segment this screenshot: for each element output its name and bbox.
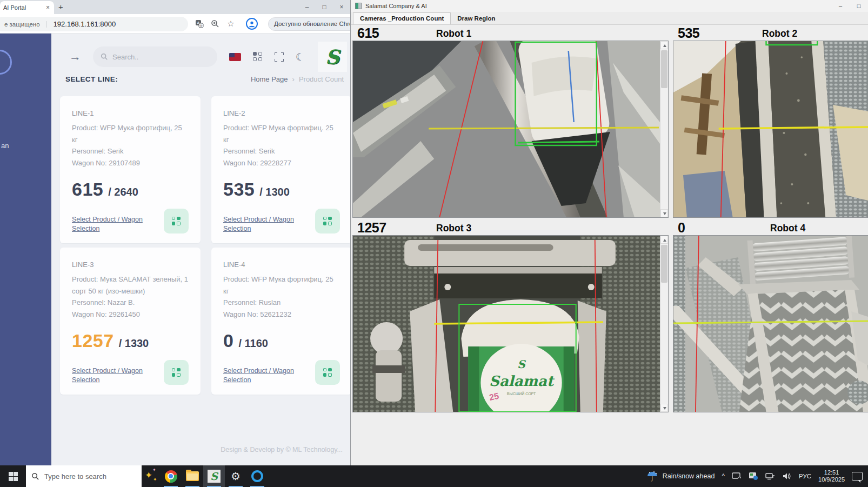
taskbar-salamat-button[interactable]: S	[203, 465, 225, 487]
breadcrumb-home[interactable]: Home Page	[251, 75, 288, 83]
start-button[interactable]	[0, 465, 26, 487]
taskbar-explorer-button[interactable]	[182, 465, 203, 487]
language-indicator[interactable]: РУС	[799, 473, 811, 479]
product-label: Product: Мука SALAMAT зеленый, 1 сорт 50…	[72, 273, 189, 297]
sidebar-nav-fragment[interactable]: an	[1, 142, 9, 150]
app-status-icon[interactable]	[749, 472, 758, 481]
volume-icon[interactable]	[782, 472, 792, 481]
edge-browser-icon	[251, 470, 263, 482]
select-product-link[interactable]: Select Product / Wagon Selection	[223, 366, 310, 385]
wagon-label: Wagon No: 29228277	[223, 157, 340, 169]
count-total: / 1330	[119, 337, 149, 350]
personnel-label: Personnel: Serik	[72, 145, 189, 157]
grid-icon	[323, 217, 332, 226]
tray-expand-chevron-icon[interactable]: ^	[722, 472, 725, 480]
select-product-link[interactable]: Select Product / Wagon Selection	[72, 215, 158, 234]
zoom-icon[interactable]	[210, 19, 220, 29]
new-tab-button[interactable]: +	[58, 2, 63, 11]
address-bar[interactable]: е защищено 192.168.1.161:8000	[0, 17, 188, 31]
weather-widget[interactable]: Rain/snow ahead	[646, 471, 715, 482]
svg-text:25: 25	[489, 391, 500, 402]
salamat-logo[interactable]: S	[318, 42, 347, 72]
scroll-down-icon[interactable]	[660, 404, 668, 412]
wagon-label: Wagon No: 29261450	[72, 309, 189, 321]
personnel-label: Personnel: Ruslan	[223, 297, 340, 309]
scroll-up-icon[interactable]	[660, 236, 668, 244]
gear-icon: ⚙	[231, 470, 241, 483]
line-card-4: LINE-4 Product: WFP Мука фортифиц. 25 кг…	[211, 248, 350, 395]
bookmark-star-icon[interactable]: ☆	[226, 19, 236, 29]
count-display: 535 / 1300	[223, 179, 340, 200]
app-window-controls: – □	[831, 0, 868, 12]
copilot-sparkle-icon[interactable]: ✦ ✦ ✦	[142, 465, 160, 487]
search-input[interactable]	[112, 53, 204, 61]
network-icon[interactable]	[765, 472, 775, 481]
count-display: 1257 / 1330	[72, 330, 189, 351]
scroll-down-icon[interactable]	[660, 209, 668, 217]
portal-page: an → ☾ S SELEC	[0, 34, 350, 465]
count-value: 535	[223, 179, 255, 200]
camera-block-3: 1257 Robot 3	[352, 219, 669, 412]
line-card-1: LINE-1 Product: WFP Мука фортифиц, 25 кг…	[60, 96, 201, 243]
product-label: Product: WFP Мука фортифиц. 25 кг	[223, 273, 340, 297]
camera-block-2: 535 Robot 2	[673, 25, 868, 218]
camera3-robot-label: Robot 3	[436, 223, 471, 234]
select-product-link[interactable]: Select Product / Wagon Selection	[223, 215, 310, 234]
count-display: 0 / 1160	[223, 330, 340, 351]
taskbar: ✦ ✦ ✦ S ⚙ Rain/snow ahead ^	[0, 465, 868, 487]
tab-draw-region[interactable]: Draw Region	[451, 13, 502, 24]
app-tabbar: Cameras _Production Count Draw Region	[351, 12, 868, 25]
minimize-button[interactable]: –	[831, 0, 850, 12]
scroll-thumb[interactable]	[661, 50, 667, 88]
close-button[interactable]: ×	[333, 0, 350, 14]
fullscreen-icon[interactable]	[275, 52, 284, 62]
tab-close-icon[interactable]: ×	[45, 4, 51, 11]
camera1-scrollbar[interactable]	[660, 41, 668, 217]
browser-tab[interactable]: AI Portal ×	[0, 1, 54, 14]
scroll-thumb[interactable]	[661, 245, 667, 283]
count-value: 1257	[72, 330, 114, 351]
taskbar-clock[interactable]: 12:51 10/9/2025	[818, 469, 845, 483]
clock-date: 10/9/2025	[818, 476, 845, 483]
product-label: Product: WFP Мука фортифиц, 25 кг	[72, 122, 189, 145]
taskbar-search-input[interactable]	[44, 472, 131, 481]
security-label[interactable]: е защищено	[4, 21, 47, 28]
portal-footer: Design & Develop by © ML Technology...	[221, 446, 343, 453]
camera3-scrollbar[interactable]	[660, 236, 668, 412]
maximize-button[interactable]: □	[316, 0, 333, 14]
camera2-feed	[673, 41, 868, 217]
wagon-label: Wagon No: 52621232	[223, 309, 340, 321]
profile-avatar[interactable]	[246, 18, 258, 30]
weather-text: Rain/snow ahead	[663, 472, 715, 480]
wireless-display-icon[interactable]	[732, 472, 742, 481]
taskbar-settings-button[interactable]: ⚙	[225, 465, 246, 487]
sidebar-toggle-arrow-icon[interactable]: →	[69, 50, 81, 64]
dark-mode-moon-icon[interactable]: ☾	[296, 51, 305, 63]
taskbar-chrome-button[interactable]	[160, 465, 182, 487]
camera4-robot-label: Robot 4	[770, 223, 805, 234]
desktop: AI Portal × + – □ × е защищено 192.168.1…	[0, 0, 868, 487]
scroll-up-icon[interactable]	[660, 41, 668, 49]
translate-icon[interactable]: A文	[195, 19, 204, 29]
wagon-grid-button[interactable]	[164, 209, 189, 234]
wagon-grid-button[interactable]	[315, 360, 340, 385]
apps-grid-icon[interactable]	[253, 52, 263, 62]
app-icon	[355, 3, 362, 9]
camera3-count: 1257	[357, 220, 386, 236]
count-value: 0	[223, 330, 233, 351]
wagon-grid-button[interactable]	[164, 360, 189, 385]
wagon-grid-button[interactable]	[315, 209, 340, 234]
minimize-button[interactable]: –	[298, 0, 316, 14]
tab-cameras-production-count[interactable]: Cameras _Production Count	[353, 12, 451, 24]
portal-search[interactable]	[93, 46, 217, 67]
select-product-link[interactable]: Select Product / Wagon Selection	[72, 366, 158, 385]
action-center-icon[interactable]	[852, 472, 863, 481]
portal-content: → ☾ S SELECT LINE: Home	[51, 34, 350, 465]
taskbar-search[interactable]	[26, 465, 142, 487]
language-flag-icon[interactable]	[229, 53, 241, 61]
svg-text:Salamat: Salamat	[489, 373, 555, 389]
url-text[interactable]: 192.168.1.161:8000	[54, 20, 116, 28]
taskbar-tray: Rain/snow ahead ^ РУС 12:51 10/9/2025	[646, 465, 868, 487]
maximize-button[interactable]: □	[850, 0, 868, 12]
taskbar-edge-button[interactable]	[246, 465, 268, 487]
